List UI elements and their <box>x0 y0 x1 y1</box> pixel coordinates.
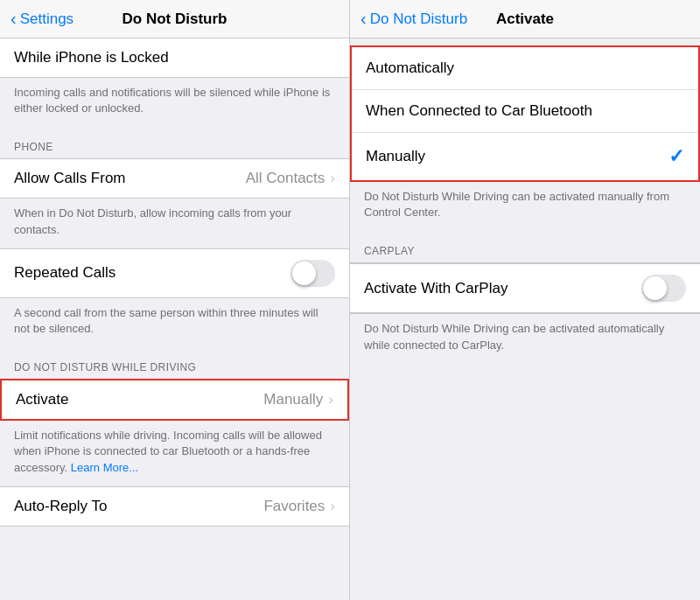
left-panel: ‹ Settings Do Not Disturb While iPhone i… <box>0 0 350 600</box>
left-nav-bar: ‹ Settings Do Not Disturb <box>0 0 349 38</box>
activate-value: Manually <box>263 391 323 408</box>
learn-more-link[interactable]: Learn More... <box>71 461 138 474</box>
right-chevron-icon: ‹ <box>360 9 367 29</box>
right-content: Automatically When Connected to Car Blue… <box>350 38 700 600</box>
activate-chevron-icon: › <box>328 391 333 408</box>
carplay-label: Activate With CarPlay <box>364 280 641 297</box>
repeated-calls-label: Repeated Calls <box>14 264 290 282</box>
carplay-description: Do Not Disturb While Driving can be acti… <box>350 314 700 363</box>
auto-reply-value: Favorites <box>263 498 325 515</box>
activate-row[interactable]: Activate Manually › <box>2 380 347 419</box>
allow-calls-chevron-icon: › <box>330 170 335 187</box>
activate-label: Activate <box>16 391 263 408</box>
allow-calls-value: All Contacts <box>246 170 326 187</box>
carplay-row[interactable]: Activate With CarPlay <box>350 263 700 313</box>
right-back-button[interactable]: ‹ Do Not Disturb <box>360 10 467 29</box>
option-car-bluetooth-row[interactable]: When Connected to Car Bluetooth <box>352 90 698 133</box>
option-manually-row[interactable]: Manually ✓ <box>352 133 698 180</box>
options-group: Automatically When Connected to Car Blue… <box>350 45 700 182</box>
allow-calls-label: Allow Calls From <box>14 170 246 187</box>
repeated-calls-row[interactable]: Repeated Calls <box>0 249 349 297</box>
option-automatically-row[interactable]: Automatically <box>352 47 698 90</box>
manually-checkmark-icon: ✓ <box>668 145 684 168</box>
repeated-calls-group: Repeated Calls <box>0 248 349 298</box>
left-chevron-icon: ‹ <box>10 9 17 29</box>
while-locked-group: While iPhone is Locked <box>0 38 349 78</box>
activate-description: Limit notifications while driving. Incom… <box>0 421 349 486</box>
allow-calls-description: When in Do Not Disturb, allow incoming c… <box>0 199 349 248</box>
while-locked-row[interactable]: While iPhone is Locked <box>0 38 349 77</box>
activate-description-text: Limit notifications while driving. Incom… <box>14 429 322 473</box>
while-locked-label: While iPhone is Locked <box>14 49 335 66</box>
right-back-label: Do Not Disturb <box>370 10 467 28</box>
left-back-label: Settings <box>20 10 74 28</box>
right-nav-title: Activate <box>496 10 554 28</box>
auto-reply-group: Auto-Reply To Favorites › <box>0 486 349 527</box>
phone-group: Allow Calls From All Contacts › <box>0 158 349 199</box>
right-nav-bar: ‹ Do Not Disturb Activate <box>350 0 700 38</box>
auto-reply-chevron-icon: › <box>330 498 335 515</box>
auto-reply-row[interactable]: Auto-Reply To Favorites › <box>0 487 349 526</box>
allow-calls-row[interactable]: Allow Calls From All Contacts › <box>0 159 349 198</box>
activate-highlighted-group: Activate Manually › <box>0 379 349 421</box>
repeated-calls-toggle[interactable] <box>290 260 335 287</box>
option-car-bluetooth-label: When Connected to Car Bluetooth <box>366 102 684 120</box>
while-locked-description: Incoming calls and notifications will be… <box>0 78 349 127</box>
repeated-calls-description: A second call from the same person withi… <box>0 298 349 347</box>
option-automatically-label: Automatically <box>366 59 684 77</box>
dnd-driving-header: DO NOT DISTURB WHILE DRIVING <box>0 347 349 379</box>
left-nav-title: Do Not Disturb <box>122 10 228 28</box>
carplay-section-header: CARPLAY <box>350 231 700 262</box>
carplay-toggle[interactable] <box>641 275 686 302</box>
carplay-group: Activate With CarPlay <box>350 262 700 314</box>
phone-section-header: PHONE <box>0 127 349 158</box>
option-manually-label: Manually <box>366 148 668 165</box>
manually-description: Do Not Disturb While Driving can be acti… <box>350 182 700 231</box>
left-back-button[interactable]: ‹ Settings <box>10 10 74 29</box>
auto-reply-label: Auto-Reply To <box>14 498 263 515</box>
right-panel: ‹ Do Not Disturb Activate Automatically … <box>350 0 700 600</box>
left-content: While iPhone is Locked Incoming calls an… <box>0 38 349 600</box>
